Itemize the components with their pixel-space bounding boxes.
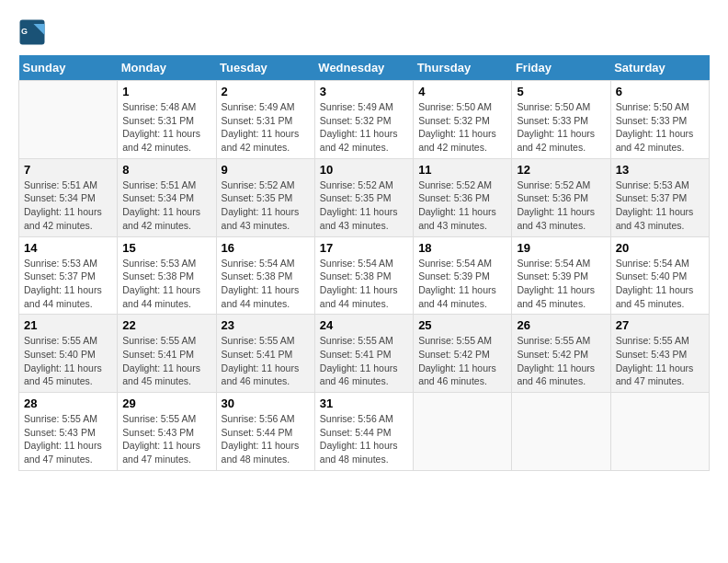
day-number: 12: [517, 163, 605, 177]
day-info: Sunrise: 5:56 AM Sunset: 5:44 PM Dayligh…: [222, 412, 310, 466]
day-cell: [19, 81, 118, 159]
day-cell: 30Sunrise: 5:56 AM Sunset: 5:44 PM Dayli…: [216, 393, 314, 471]
day-number: 23: [222, 318, 310, 332]
day-info: Sunrise: 5:54 AM Sunset: 5:38 PM Dayligh…: [320, 257, 408, 311]
day-number: 2: [222, 85, 310, 98]
day-number: 22: [122, 318, 210, 332]
col-header-sunday: Sunday: [19, 55, 118, 81]
day-cell: 8Sunrise: 5:51 AM Sunset: 5:34 PM Daylig…: [118, 158, 216, 236]
day-number: 30: [222, 396, 310, 410]
day-info: Sunrise: 5:55 AM Sunset: 5:42 PM Dayligh…: [418, 334, 506, 388]
day-info: Sunrise: 5:52 AM Sunset: 5:35 PM Dayligh…: [222, 178, 310, 233]
col-header-friday: Friday: [512, 55, 610, 81]
day-number: 20: [616, 241, 704, 255]
day-number: 4: [418, 85, 506, 98]
day-info: Sunrise: 5:50 AM Sunset: 5:33 PM Dayligh…: [616, 100, 704, 155]
day-info: Sunrise: 5:56 AM Sunset: 5:44 PM Dayligh…: [320, 412, 408, 466]
day-info: Sunrise: 5:49 AM Sunset: 5:31 PM Dayligh…: [222, 100, 310, 155]
day-cell: 26Sunrise: 5:55 AM Sunset: 5:42 PM Dayli…: [512, 315, 610, 393]
day-info: Sunrise: 5:55 AM Sunset: 5:40 PM Dayligh…: [24, 334, 112, 388]
day-cell: 18Sunrise: 5:54 AM Sunset: 5:39 PM Dayli…: [414, 236, 512, 315]
day-cell: 19Sunrise: 5:54 AM Sunset: 5:39 PM Dayli…: [512, 236, 610, 315]
calendar-table: SundayMondayTuesdayWednesdayThursdayFrid…: [18, 55, 710, 471]
day-number: 10: [320, 163, 408, 177]
day-info: Sunrise: 5:53 AM Sunset: 5:37 PM Dayligh…: [24, 257, 112, 311]
week-row-3: 14Sunrise: 5:53 AM Sunset: 5:37 PM Dayli…: [19, 236, 710, 315]
day-cell: 31Sunrise: 5:56 AM Sunset: 5:44 PM Dayli…: [314, 393, 413, 471]
day-number: 31: [320, 396, 408, 410]
day-number: 7: [24, 163, 112, 177]
day-number: 1: [122, 85, 210, 98]
day-number: 3: [320, 85, 408, 98]
day-number: 29: [122, 396, 210, 410]
day-cell: 23Sunrise: 5:55 AM Sunset: 5:41 PM Dayli…: [216, 315, 314, 393]
day-cell: 20Sunrise: 5:54 AM Sunset: 5:40 PM Dayli…: [610, 236, 709, 315]
day-number: 9: [222, 163, 310, 177]
day-number: 19: [517, 241, 605, 255]
day-number: 18: [418, 241, 506, 255]
day-info: Sunrise: 5:50 AM Sunset: 5:32 PM Dayligh…: [418, 100, 506, 155]
day-number: 21: [24, 318, 112, 332]
day-cell: 15Sunrise: 5:53 AM Sunset: 5:38 PM Dayli…: [118, 236, 216, 315]
day-cell: 29Sunrise: 5:55 AM Sunset: 5:43 PM Dayli…: [118, 393, 216, 471]
header-row: SundayMondayTuesdayWednesdayThursdayFrid…: [19, 55, 710, 81]
col-header-saturday: Saturday: [610, 55, 709, 81]
day-number: 16: [222, 241, 310, 255]
day-info: Sunrise: 5:50 AM Sunset: 5:33 PM Dayligh…: [517, 100, 605, 155]
day-cell: 4Sunrise: 5:50 AM Sunset: 5:32 PM Daylig…: [414, 81, 512, 159]
day-cell: 25Sunrise: 5:55 AM Sunset: 5:42 PM Dayli…: [414, 315, 512, 393]
day-cell: [414, 393, 512, 471]
day-cell: 13Sunrise: 5:53 AM Sunset: 5:37 PM Dayli…: [610, 158, 709, 236]
day-info: Sunrise: 5:51 AM Sunset: 5:34 PM Dayligh…: [122, 178, 210, 233]
day-info: Sunrise: 5:53 AM Sunset: 5:37 PM Dayligh…: [616, 178, 704, 233]
day-info: Sunrise: 5:52 AM Sunset: 5:36 PM Dayligh…: [418, 178, 506, 233]
svg-text:G: G: [21, 27, 28, 36]
day-number: 15: [122, 241, 210, 255]
day-cell: 24Sunrise: 5:55 AM Sunset: 5:41 PM Dayli…: [314, 315, 413, 393]
header: G: [18, 18, 710, 46]
week-row-2: 7Sunrise: 5:51 AM Sunset: 5:34 PM Daylig…: [19, 158, 710, 236]
day-info: Sunrise: 5:53 AM Sunset: 5:38 PM Dayligh…: [122, 257, 210, 311]
day-number: 11: [418, 163, 506, 177]
day-number: 27: [616, 318, 704, 332]
day-cell: 5Sunrise: 5:50 AM Sunset: 5:33 PM Daylig…: [512, 81, 610, 159]
day-cell: 6Sunrise: 5:50 AM Sunset: 5:33 PM Daylig…: [610, 81, 709, 159]
day-info: Sunrise: 5:55 AM Sunset: 5:43 PM Dayligh…: [24, 412, 112, 466]
day-info: Sunrise: 5:54 AM Sunset: 5:39 PM Dayligh…: [517, 257, 605, 311]
day-cell: 28Sunrise: 5:55 AM Sunset: 5:43 PM Dayli…: [19, 393, 118, 471]
week-row-1: 1Sunrise: 5:48 AM Sunset: 5:31 PM Daylig…: [19, 81, 710, 159]
day-number: 13: [616, 163, 704, 177]
day-number: 14: [24, 241, 112, 255]
day-info: Sunrise: 5:55 AM Sunset: 5:43 PM Dayligh…: [616, 334, 704, 388]
day-cell: 10Sunrise: 5:52 AM Sunset: 5:35 PM Dayli…: [314, 158, 413, 236]
day-cell: 7Sunrise: 5:51 AM Sunset: 5:34 PM Daylig…: [19, 158, 118, 236]
day-info: Sunrise: 5:51 AM Sunset: 5:34 PM Dayligh…: [24, 178, 112, 233]
day-info: Sunrise: 5:52 AM Sunset: 5:35 PM Dayligh…: [320, 178, 408, 233]
day-info: Sunrise: 5:55 AM Sunset: 5:41 PM Dayligh…: [122, 334, 210, 388]
day-number: 25: [418, 318, 506, 332]
day-cell: 17Sunrise: 5:54 AM Sunset: 5:38 PM Dayli…: [314, 236, 413, 315]
day-info: Sunrise: 5:48 AM Sunset: 5:31 PM Dayligh…: [122, 100, 210, 155]
day-cell: 27Sunrise: 5:55 AM Sunset: 5:43 PM Dayli…: [610, 315, 709, 393]
day-info: Sunrise: 5:55 AM Sunset: 5:41 PM Dayligh…: [320, 334, 408, 388]
week-row-5: 28Sunrise: 5:55 AM Sunset: 5:43 PM Dayli…: [19, 393, 710, 471]
day-number: 28: [24, 396, 112, 410]
day-cell: 9Sunrise: 5:52 AM Sunset: 5:35 PM Daylig…: [216, 158, 314, 236]
col-header-thursday: Thursday: [414, 55, 512, 81]
day-info: Sunrise: 5:55 AM Sunset: 5:42 PM Dayligh…: [517, 334, 605, 388]
day-number: 26: [517, 318, 605, 332]
day-info: Sunrise: 5:54 AM Sunset: 5:39 PM Dayligh…: [418, 257, 506, 311]
day-info: Sunrise: 5:55 AM Sunset: 5:43 PM Dayligh…: [122, 412, 210, 466]
day-cell: 21Sunrise: 5:55 AM Sunset: 5:40 PM Dayli…: [19, 315, 118, 393]
logo-icon: G: [18, 18, 46, 46]
day-info: Sunrise: 5:55 AM Sunset: 5:41 PM Dayligh…: [222, 334, 310, 388]
col-header-monday: Monday: [118, 55, 216, 81]
day-number: 6: [616, 85, 704, 98]
day-cell: 16Sunrise: 5:54 AM Sunset: 5:38 PM Dayli…: [216, 236, 314, 315]
day-number: 8: [122, 163, 210, 177]
col-header-wednesday: Wednesday: [314, 55, 413, 81]
day-cell: 11Sunrise: 5:52 AM Sunset: 5:36 PM Dayli…: [414, 158, 512, 236]
day-cell: 22Sunrise: 5:55 AM Sunset: 5:41 PM Dayli…: [118, 315, 216, 393]
day-cell: [610, 393, 709, 471]
logo: G: [18, 18, 50, 46]
